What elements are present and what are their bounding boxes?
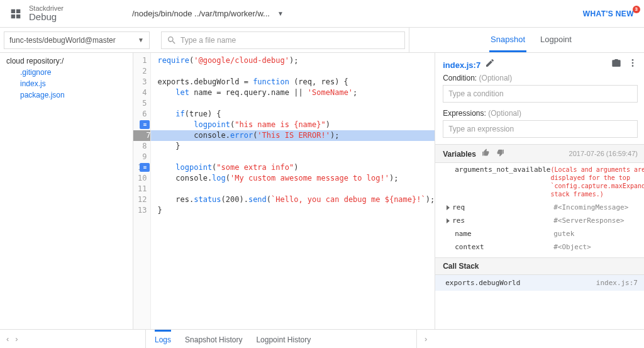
variable-row[interactable]: context#<Object> — [443, 240, 638, 254]
expressions-label: Expressions: — [443, 109, 486, 118]
chevron-right-icon[interactable]: › — [425, 334, 427, 344]
line-number[interactable]: 13 — [133, 205, 147, 216]
optional-hint: (Optional) — [488, 109, 521, 118]
tab-logpoint-history[interactable]: Logpoint History — [256, 330, 311, 348]
tab-snapshot-history[interactable]: Snapshot History — [185, 330, 242, 348]
branch-selector-value: func-tests/debugWorld@master — [9, 36, 116, 45]
tab-logpoint[interactable]: Logpoint — [539, 28, 573, 52]
line-number[interactable]: 3 — [133, 77, 147, 87]
variable-value: #<Object> — [553, 243, 638, 251]
condition-input[interactable] — [443, 85, 638, 103]
whats-new-badge: 3 — [633, 6, 640, 13]
search-icon — [167, 35, 177, 45]
condition-label: Condition: — [443, 74, 477, 82]
logpoint-badge-icon[interactable]: ≡ — [140, 120, 150, 129]
line-number[interactable]: 1 — [133, 55, 147, 66]
code-line[interactable]: console.error('This IS ERROR!'); — [157, 130, 435, 141]
whats-new-link[interactable]: WHAT'S NEW 3 — [583, 9, 634, 18]
code-line[interactable]: } — [157, 205, 435, 216]
variable-value: gutek — [553, 230, 638, 238]
more-icon[interactable] — [628, 58, 638, 70]
file-search[interactable] — [161, 31, 405, 49]
variable-value: (Locals and arguments are only displayed… — [550, 166, 644, 198]
brand-bottom: Debug — [29, 12, 64, 23]
stackdriver-logo-icon — [9, 7, 23, 21]
variable-name: arguments_not_available — [455, 166, 550, 174]
line-number[interactable]: 6 — [133, 109, 147, 120]
variable-value: #<ServerResponse> — [553, 216, 638, 225]
file-search-input[interactable] — [180, 36, 399, 45]
tab-logs[interactable]: Logs — [155, 330, 171, 348]
variable-name: res — [452, 216, 465, 225]
edit-icon[interactable] — [485, 61, 495, 70]
code-line[interactable]: ≡ logpoint("some extra info") — [157, 162, 435, 173]
whats-new-label: WHAT'S NEW — [583, 9, 634, 18]
chevron-down-icon: ▼ — [138, 36, 144, 43]
expression-input[interactable] — [443, 120, 638, 138]
file-tree: cloud repository:/ .gitignore index.js p… — [0, 53, 133, 329]
variable-name: context — [455, 243, 484, 251]
thumbs-up-icon[interactable] — [482, 150, 492, 159]
repo-root[interactable]: cloud repository:/ — [6, 55, 133, 67]
callstack-file: index.js:7 — [596, 279, 638, 287]
code-editor[interactable]: 12345677891010111213 require('@google/cl… — [133, 53, 435, 329]
code-line[interactable]: ≡ logpoint("his name is {name}") — [157, 120, 435, 130]
code-line[interactable]: if(true) { — [157, 109, 435, 120]
snapshot-timestamp: 2017-07-26 (16:59:47) — [569, 150, 638, 157]
file-item-index[interactable]: index.js — [6, 78, 133, 89]
target-breadcrumb[interactable]: /nodejs/bin/node ../var/tmp/worker/w... … — [119, 9, 583, 18]
chevron-right-icon[interactable]: › — [15, 334, 18, 344]
line-number[interactable]: 9 — [133, 152, 147, 162]
variable-row[interactable]: res#<ServerResponse> — [443, 214, 638, 227]
chevron-left-icon[interactable]: ‹ — [6, 334, 9, 344]
variable-row[interactable]: req#<IncomingMessage> — [443, 201, 638, 214]
code-line[interactable] — [157, 152, 435, 162]
line-number[interactable]: 7 — [133, 130, 150, 141]
code-line[interactable]: res.status(200).send(`Hello, you can deb… — [157, 194, 435, 205]
tab-snapshot[interactable]: Snapshot — [489, 28, 526, 52]
snapshot-panel: index.js:7 Condition: (Optional) Express… — [435, 53, 644, 329]
line-number[interactable]: 2 — [133, 66, 147, 77]
callstack-fn: exports.debugWorld — [445, 279, 520, 287]
callstack-row[interactable]: exports.debugWorld index.js:7 — [435, 275, 644, 291]
branch-selector[interactable]: func-tests/debugWorld@master ▼ — [4, 31, 150, 49]
chevron-down-icon: ▼ — [277, 10, 284, 17]
line-number[interactable]: 10 — [133, 173, 147, 184]
line-number[interactable]: 8 — [133, 141, 147, 152]
code-line[interactable] — [157, 184, 435, 194]
breadcrumb-text: /nodejs/bin/node ../var/tmp/worker/w... — [132, 9, 270, 18]
line-number[interactable]: 4 — [133, 87, 147, 98]
code-line[interactable] — [157, 66, 435, 77]
code-line[interactable]: } — [157, 141, 435, 152]
svg-point-0 — [632, 59, 634, 61]
line-number[interactable]: 12 — [133, 194, 147, 205]
code-line[interactable]: exports.debugWorld = function (req, res)… — [157, 77, 435, 87]
line-number[interactable]: 11 — [133, 184, 147, 194]
line-number[interactable]: 5 — [133, 98, 147, 109]
variable-row[interactable]: namegutek — [443, 227, 638, 240]
variable-row[interactable]: arguments_not_available(Locals and argum… — [443, 163, 638, 201]
file-item-gitignore[interactable]: .gitignore — [6, 67, 133, 78]
product-brand: Stackdriver Debug — [9, 4, 119, 23]
code-line[interactable]: console.log('My custom awesome message t… — [157, 173, 435, 184]
variable-name: name — [455, 230, 472, 238]
variable-value: #<IncomingMessage> — [553, 203, 638, 211]
logpoint-badge-icon[interactable]: ≡ — [140, 163, 150, 172]
code-line[interactable]: let name = req.query.name || 'SomeName'; — [157, 87, 435, 98]
svg-point-2 — [632, 65, 634, 67]
expand-caret-icon[interactable] — [447, 218, 450, 223]
optional-hint: (Optional) — [479, 74, 513, 82]
thumbs-down-icon[interactable] — [496, 150, 504, 159]
callstack-header: Call Stack — [443, 262, 479, 271]
code-line[interactable]: require('@google/cloud-debug'); — [157, 55, 435, 66]
variables-header: Variables — [443, 150, 476, 159]
svg-point-1 — [632, 62, 634, 64]
expand-caret-icon[interactable] — [447, 205, 450, 210]
file-item-package[interactable]: package.json — [6, 89, 133, 101]
snapshot-location-link[interactable]: index.js:7 — [443, 60, 480, 70]
camera-icon[interactable] — [611, 58, 621, 70]
code-line[interactable] — [157, 98, 435, 109]
variable-name: req — [452, 203, 465, 211]
